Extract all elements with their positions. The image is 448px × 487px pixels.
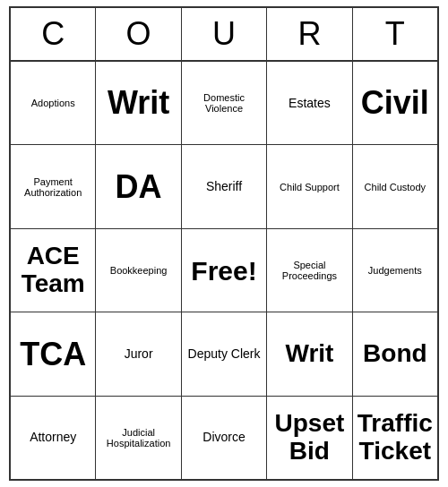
grid-cell-3-1: Juror bbox=[96, 312, 181, 395]
grid-row-2: ACE TeamBookkeepingFree!Special Proceedi… bbox=[11, 229, 437, 312]
grid-cell-3-3: Writ bbox=[267, 312, 352, 395]
header-letter-o: O bbox=[96, 8, 181, 62]
grid-cell-2-4: Judgements bbox=[353, 229, 437, 312]
grid-cell-4-1: Judicial Hospitalization bbox=[96, 397, 181, 479]
header-letter-u: U bbox=[182, 8, 267, 62]
grid-cell-4-0: Attorney bbox=[11, 397, 96, 479]
bingo-card: COURT AdoptionsWritDomestic ViolenceEsta… bbox=[9, 6, 439, 481]
grid-cell-3-0: TCA bbox=[11, 312, 96, 395]
grid-row-3: TCAJurorDeputy ClerkWritBond bbox=[11, 312, 437, 396]
grid-cell-4-2: Divorce bbox=[182, 397, 267, 479]
grid: AdoptionsWritDomestic ViolenceEstatesCiv… bbox=[11, 62, 437, 479]
grid-cell-0-2: Domestic Violence bbox=[182, 62, 267, 144]
header-row: COURT bbox=[11, 8, 437, 62]
grid-cell-1-3: Child Support bbox=[267, 145, 352, 227]
grid-cell-0-3: Estates bbox=[267, 62, 352, 144]
grid-cell-1-0: Payment Authorization bbox=[11, 145, 96, 227]
grid-cell-2-0: ACE Team bbox=[11, 229, 96, 312]
grid-row-0: AdoptionsWritDomestic ViolenceEstatesCiv… bbox=[11, 62, 437, 145]
grid-row-1: Payment AuthorizationDASheriffChild Supp… bbox=[11, 145, 437, 228]
grid-cell-2-2: Free! bbox=[182, 229, 267, 312]
grid-cell-0-4: Civil bbox=[353, 62, 437, 144]
grid-cell-2-1: Bookkeeping bbox=[96, 229, 181, 312]
grid-cell-1-1: DA bbox=[96, 145, 181, 227]
header-letter-r: R bbox=[267, 8, 352, 62]
grid-cell-4-4: Traffic Ticket bbox=[353, 397, 437, 479]
grid-cell-4-3: Upset Bid bbox=[267, 397, 352, 479]
grid-cell-1-4: Child Custody bbox=[353, 145, 437, 227]
grid-row-4: AttorneyJudicial HospitalizationDivorceU… bbox=[11, 397, 437, 479]
grid-cell-3-4: Bond bbox=[353, 312, 437, 395]
grid-cell-0-0: Adoptions bbox=[11, 62, 96, 144]
header-letter-t: T bbox=[353, 8, 437, 62]
header-letter-c: C bbox=[11, 8, 96, 62]
grid-cell-0-1: Writ bbox=[96, 62, 181, 144]
grid-cell-2-3: Special Proceedings bbox=[267, 229, 352, 312]
grid-cell-1-2: Sheriff bbox=[182, 145, 267, 227]
grid-cell-3-2: Deputy Clerk bbox=[182, 312, 267, 395]
